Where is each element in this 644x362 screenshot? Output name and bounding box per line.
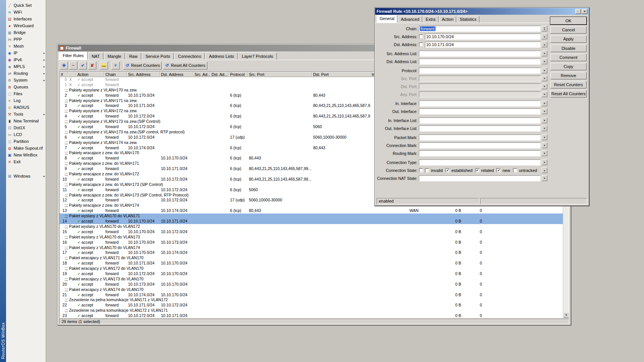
untracked-checkbox[interactable] bbox=[513, 168, 517, 173]
dialog-tab-action[interactable]: Action bbox=[439, 16, 457, 23]
sidebar-item-routing[interactable]: ⇄Routing▸ bbox=[6, 70, 46, 77]
enable-button[interactable]: ✔ bbox=[79, 62, 87, 70]
tab-filter-rules[interactable]: Filter Rules bbox=[59, 52, 88, 60]
connection-state-option-new[interactable]: ✔new bbox=[496, 168, 510, 173]
connection-state-option-invalid[interactable]: invalid bbox=[425, 168, 443, 173]
dialog-reset-counters-button[interactable]: Reset Counters bbox=[550, 81, 587, 88]
protocol-dropdown-button[interactable]: ▼ bbox=[542, 68, 547, 73]
rule-row[interactable]: 17✔acceptforward10.10.170.0/2410.10.174.… bbox=[60, 250, 563, 255]
sidebar-item-new-winbox[interactable]: ▣New WinBox bbox=[6, 152, 46, 158]
comment-button[interactable]: ▬ bbox=[100, 62, 108, 70]
packet-mark-field[interactable] bbox=[419, 135, 541, 141]
connection-mark-field[interactable] bbox=[419, 142, 541, 149]
routing-mark-field[interactable] bbox=[419, 150, 541, 156]
routing-mark-dropdown-button[interactable]: ▼ bbox=[542, 150, 547, 156]
src-address-list-dropdown-button[interactable]: ▼ bbox=[542, 51, 547, 56]
new-checkbox[interactable]: ✔ bbox=[496, 168, 501, 173]
dialog-comment-button[interactable]: Comment bbox=[550, 54, 587, 61]
rule-row[interactable]: 21✔acceptforward10.10.174.0/2410.10.170.… bbox=[60, 292, 563, 298]
sidebar-item-wireguard[interactable]: ●WireGuard bbox=[6, 22, 46, 29]
src-address-collapse-button[interactable]: ▲ bbox=[542, 34, 547, 39]
sidebar-item-make-supout-rif[interactable]: ◍Make Supout.rif bbox=[6, 145, 46, 152]
dst-address-list-field[interactable] bbox=[419, 59, 541, 65]
comment-row[interactable]: ;;; Pakiet wracajacy z VLAN173 do VLAN17… bbox=[60, 277, 563, 282]
rule-row[interactable]: 19✔acceptforward10.10.172.0/2410.10.170.… bbox=[60, 271, 563, 277]
sidebar-item-files[interactable]: ▢Files bbox=[6, 90, 46, 97]
protocol-field[interactable] bbox=[419, 68, 541, 74]
dialog-apply-button[interactable]: Apply bbox=[550, 35, 587, 43]
rule-row[interactable]: 15✔acceptforward10.10.170.0/2410.10.172.… bbox=[60, 229, 563, 235]
in-interface-list-dropdown-button[interactable]: ▼ bbox=[542, 118, 547, 123]
column-header-src-ad[interactable]: Src. Ad... bbox=[193, 72, 210, 77]
sidebar-item-quick-set[interactable]: ╱Quick Set bbox=[6, 2, 46, 9]
dialog-copy-button[interactable]: Copy bbox=[550, 63, 587, 70]
dialog-tab-statistics[interactable]: Statistics bbox=[457, 16, 479, 23]
rule-row[interactable]: 23✔acceptforward10.10.172.0/2410.10.171.… bbox=[60, 313, 563, 318]
tab-raw[interactable]: Raw bbox=[125, 53, 141, 60]
comment-row[interactable]: ;;; Pakiet wyslany z VLAN170 do VLAN173 bbox=[60, 235, 563, 240]
rule-row[interactable]: 14✔acceptforward10.10.170.0/2410.10.171.… bbox=[60, 219, 563, 224]
any-port-dropdown-button[interactable]: ▼ bbox=[542, 91, 547, 97]
out-interface-dropdown-button[interactable]: ▼ bbox=[542, 108, 547, 114]
dialog-cancel-button[interactable]: Cancel bbox=[550, 26, 587, 34]
comment-row[interactable]: ;;; Pakiet wracajacy z VLAN174 do VLAN17… bbox=[60, 287, 563, 292]
dialog-titlebar[interactable]: Firewall Rule <10.10.170.0/24->10.10.171… bbox=[375, 8, 589, 15]
in-interface-dropdown-button[interactable]: ▼ bbox=[542, 101, 547, 106]
comment-row[interactable]: ;;; Pakiet wyslany z VLAN170 do VLAN172 bbox=[60, 224, 563, 229]
sidebar-item-mesh[interactable]: ✳Mesh bbox=[6, 43, 46, 50]
any-port-field[interactable] bbox=[419, 91, 541, 97]
src-address-list-field[interactable] bbox=[419, 51, 541, 57]
sidebar-item-system[interactable]: ⚙System▸ bbox=[6, 77, 46, 84]
sidebar-item-radius[interactable]: ◎RADIUS bbox=[6, 104, 46, 111]
invalid-checkbox[interactable] bbox=[425, 168, 429, 173]
comment-row[interactable]: ;;; Zezwolenie na pelna komunikacje VLAN… bbox=[60, 308, 563, 313]
rule-row[interactable]: 22✔acceptforward10.10.171.0/2410.10.172.… bbox=[60, 303, 563, 308]
connection-state-not-checkbox[interactable] bbox=[419, 168, 423, 173]
remove-button[interactable]: − bbox=[69, 62, 77, 70]
sidebar-item-new-terminal[interactable]: ▮New Terminal bbox=[6, 118, 46, 124]
sidebar-item-log[interactable]: ≡Log bbox=[6, 97, 46, 104]
src-address-not-checkbox[interactable] bbox=[419, 34, 423, 39]
src-port-dropdown-button[interactable]: ▼ bbox=[542, 76, 547, 81]
sidebar-item-wifi[interactable]: ≋WiFi bbox=[6, 9, 46, 15]
sidebar-item-dot1x[interactable]: ⊡Dot1X bbox=[6, 124, 46, 131]
column-header-src-address[interactable]: Src. Address bbox=[127, 72, 160, 77]
comment-row[interactable]: ;;; Zezwolenie na pelna komunikacje VLAN… bbox=[60, 297, 563, 303]
disable-button[interactable]: ✘ bbox=[88, 62, 96, 70]
sidebar-item-ip[interactable]: ◉IP▸ bbox=[6, 50, 46, 56]
connection-nat-state-field[interactable] bbox=[419, 175, 541, 181]
connection-type-field[interactable] bbox=[419, 159, 541, 166]
scroll-down-button[interactable]: ▼ bbox=[563, 312, 569, 318]
connection-state-option-related[interactable]: ✔related bbox=[475, 168, 494, 173]
rule-row[interactable]: 16✔acceptforward10.10.170.0/2410.10.173.… bbox=[60, 240, 563, 245]
sidebar-item-ipv6[interactable]: ◉IPv6▸ bbox=[6, 56, 46, 63]
sidebar-item-bridge[interactable]: ▦Bridge bbox=[6, 29, 46, 36]
connection-state-option-untracked[interactable]: untracked bbox=[513, 168, 537, 173]
column-header-action[interactable]: Action bbox=[76, 72, 104, 77]
sidebar-item-queues[interactable]: ≣Queues bbox=[6, 84, 46, 90]
sidebar-item-mpls[interactable]: ◈MPLS▸ bbox=[6, 63, 46, 70]
column-header-dst-ad[interactable]: Dst. Ad... bbox=[210, 72, 229, 77]
dialog-reset-all-counters-button[interactable]: Reset All Counters bbox=[550, 90, 587, 97]
connection-state-option-established[interactable]: ✔established bbox=[445, 168, 473, 173]
reset-counters-button[interactable]: ↺Reset Counters bbox=[123, 62, 162, 70]
dst-port-dropdown-button[interactable]: ▼ bbox=[542, 84, 547, 89]
comment-row[interactable]: ;;; Pakiet wracajacy z VLAN171 do VLAN17… bbox=[60, 255, 563, 261]
dst-address-not-checkbox[interactable] bbox=[419, 42, 423, 47]
dialog-tab-extra[interactable]: Extra bbox=[423, 16, 439, 23]
column-header-dst-address[interactable]: Dst. Address bbox=[160, 72, 193, 77]
src-address-field[interactable]: 10.10.170.0/24 bbox=[425, 34, 541, 40]
connection-mark-dropdown-button[interactable]: ▼ bbox=[542, 142, 547, 148]
sidebar-item-windows[interactable]: ⊞Windows▸ bbox=[6, 173, 46, 179]
dialog-tab-general[interactable]: General bbox=[377, 15, 397, 23]
connection-type-dropdown-button[interactable]: ▼ bbox=[542, 159, 547, 165]
add-button[interactable]: ✚ bbox=[60, 62, 68, 70]
connection-nat-state-dropdown-button[interactable]: ▼ bbox=[542, 175, 547, 181]
rule-row[interactable]: 20✔acceptforward10.10.173.0/2410.10.170.… bbox=[60, 282, 563, 287]
tab-mangle[interactable]: Mangle bbox=[104, 53, 125, 60]
tab-service-ports[interactable]: Service Ports bbox=[142, 53, 174, 60]
tab-connections[interactable]: Connections bbox=[174, 53, 205, 60]
src-port-field[interactable] bbox=[419, 76, 541, 82]
dialog-tab-advanced[interactable]: Advanced bbox=[398, 16, 422, 23]
comment-row[interactable]: ;;; Pakiet wyslany z VLAN170 do VLAN174 bbox=[60, 245, 563, 251]
